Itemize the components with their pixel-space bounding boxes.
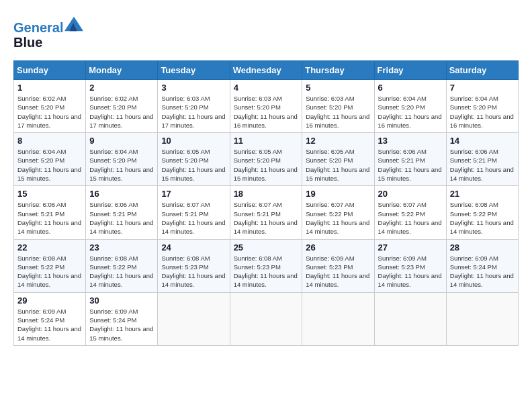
calendar-day-cell: 3 Sunrise: 6:03 AM Sunset: 5:20 PM Dayli…	[158, 80, 230, 133]
calendar-day-cell: 2 Sunrise: 6:02 AM Sunset: 5:20 PM Dayli…	[86, 80, 158, 133]
calendar-week-row: 22 Sunrise: 6:08 AM Sunset: 5:22 PM Dayl…	[14, 239, 519, 292]
calendar-day-cell: 21 Sunrise: 6:08 AM Sunset: 5:22 PM Dayl…	[446, 186, 518, 239]
calendar-weekday-header: Thursday	[302, 61, 374, 80]
day-number: 26	[306, 242, 370, 253]
calendar-day-cell: 8 Sunrise: 6:04 AM Sunset: 5:20 PM Dayli…	[14, 133, 86, 186]
calendar-day-cell: 30 Sunrise: 6:09 AM Sunset: 5:24 PM Dayl…	[86, 292, 158, 345]
calendar-day-cell	[158, 292, 230, 345]
calendar-day-cell: 11 Sunrise: 6:05 AM Sunset: 5:20 PM Dayl…	[230, 133, 302, 186]
day-number: 1	[17, 83, 82, 93]
calendar-day-cell: 19 Sunrise: 6:07 AM Sunset: 5:22 PM Dayl…	[302, 186, 374, 239]
calendar-day-cell: 24 Sunrise: 6:08 AM Sunset: 5:23 PM Dayl…	[158, 239, 230, 292]
calendar-day-cell	[230, 292, 302, 345]
day-number: 7	[450, 83, 515, 93]
day-info: Sunrise: 6:08 AM Sunset: 5:23 PM Dayligh…	[161, 254, 226, 289]
day-info: Sunrise: 6:08 AM Sunset: 5:23 PM Dayligh…	[234, 254, 299, 289]
calendar-day-cell: 5 Sunrise: 6:03 AM Sunset: 5:20 PM Dayli…	[302, 80, 374, 133]
day-info: Sunrise: 6:09 AM Sunset: 5:23 PM Dayligh…	[306, 254, 370, 289]
day-info: Sunrise: 6:06 AM Sunset: 5:21 PM Dayligh…	[378, 147, 443, 183]
logo: General Blue	[13, 13, 83, 50]
calendar-day-cell: 25 Sunrise: 6:08 AM Sunset: 5:23 PM Dayl…	[230, 239, 302, 292]
calendar-day-cell: 26 Sunrise: 6:09 AM Sunset: 5:23 PM Dayl…	[302, 239, 374, 292]
calendar-day-cell: 16 Sunrise: 6:06 AM Sunset: 5:21 PM Dayl…	[86, 186, 158, 239]
day-number: 29	[17, 295, 82, 306]
calendar-week-row: 29 Sunrise: 6:09 AM Sunset: 5:24 PM Dayl…	[14, 292, 519, 345]
calendar-weekday-header: Monday	[86, 61, 158, 80]
calendar-table: SundayMondayTuesdayWednesdayThursdayFrid…	[13, 60, 519, 346]
calendar-day-cell: 15 Sunrise: 6:06 AM Sunset: 5:21 PM Dayl…	[14, 186, 86, 239]
page-header: General Blue	[13, 13, 519, 50]
logo-text: General Blue	[13, 13, 83, 50]
day-number: 28	[450, 242, 515, 253]
day-info: Sunrise: 6:07 AM Sunset: 5:21 PM Dayligh…	[161, 200, 226, 236]
day-info: Sunrise: 6:06 AM Sunset: 5:21 PM Dayligh…	[17, 200, 82, 236]
day-number: 30	[89, 295, 154, 306]
calendar-day-cell: 27 Sunrise: 6:09 AM Sunset: 5:23 PM Dayl…	[374, 239, 446, 292]
day-info: Sunrise: 6:07 AM Sunset: 5:21 PM Dayligh…	[234, 200, 299, 236]
day-info: Sunrise: 6:05 AM Sunset: 5:20 PM Dayligh…	[161, 147, 226, 183]
day-info: Sunrise: 6:02 AM Sunset: 5:20 PM Dayligh…	[89, 94, 154, 130]
day-info: Sunrise: 6:07 AM Sunset: 5:22 PM Dayligh…	[306, 200, 370, 236]
day-number: 19	[306, 189, 370, 199]
day-number: 16	[89, 189, 154, 199]
day-number: 13	[378, 136, 443, 146]
calendar-weekday-header: Saturday	[446, 61, 518, 80]
calendar-day-cell: 13 Sunrise: 6:06 AM Sunset: 5:21 PM Dayl…	[374, 133, 446, 186]
calendar-header-row: SundayMondayTuesdayWednesdayThursdayFrid…	[14, 61, 519, 80]
day-info: Sunrise: 6:06 AM Sunset: 5:21 PM Dayligh…	[89, 200, 154, 236]
day-info: Sunrise: 6:04 AM Sunset: 5:20 PM Dayligh…	[450, 94, 515, 130]
day-number: 8	[17, 136, 82, 146]
day-number: 18	[234, 189, 299, 199]
day-info: Sunrise: 6:04 AM Sunset: 5:20 PM Dayligh…	[89, 147, 154, 183]
calendar-day-cell	[446, 292, 518, 345]
calendar-day-cell: 7 Sunrise: 6:04 AM Sunset: 5:20 PM Dayli…	[446, 80, 518, 133]
day-info: Sunrise: 6:03 AM Sunset: 5:20 PM Dayligh…	[306, 94, 370, 130]
day-number: 23	[89, 242, 154, 253]
calendar-day-cell: 9 Sunrise: 6:04 AM Sunset: 5:20 PM Dayli…	[86, 133, 158, 186]
calendar-weekday-header: Wednesday	[230, 61, 302, 80]
day-number: 24	[161, 242, 226, 253]
calendar-week-row: 15 Sunrise: 6:06 AM Sunset: 5:21 PM Dayl…	[14, 186, 519, 239]
day-number: 21	[450, 189, 515, 199]
calendar-day-cell: 29 Sunrise: 6:09 AM Sunset: 5:24 PM Dayl…	[14, 292, 86, 345]
calendar-day-cell: 22 Sunrise: 6:08 AM Sunset: 5:22 PM Dayl…	[14, 239, 86, 292]
day-number: 27	[378, 242, 443, 253]
day-number: 9	[89, 136, 154, 146]
day-info: Sunrise: 6:04 AM Sunset: 5:20 PM Dayligh…	[17, 147, 82, 183]
day-info: Sunrise: 6:09 AM Sunset: 5:24 PM Dayligh…	[450, 254, 515, 289]
day-info: Sunrise: 6:09 AM Sunset: 5:24 PM Dayligh…	[89, 307, 154, 342]
day-number: 12	[306, 136, 370, 146]
day-number: 17	[161, 189, 226, 199]
day-info: Sunrise: 6:03 AM Sunset: 5:20 PM Dayligh…	[161, 94, 226, 130]
day-number: 10	[161, 136, 226, 146]
day-info: Sunrise: 6:06 AM Sunset: 5:21 PM Dayligh…	[450, 147, 515, 183]
calendar-day-cell	[302, 292, 374, 345]
day-number: 11	[234, 136, 299, 146]
day-info: Sunrise: 6:07 AM Sunset: 5:22 PM Dayligh…	[378, 200, 443, 236]
calendar-day-cell: 23 Sunrise: 6:08 AM Sunset: 5:22 PM Dayl…	[86, 239, 158, 292]
calendar-day-cell: 28 Sunrise: 6:09 AM Sunset: 5:24 PM Dayl…	[446, 239, 518, 292]
calendar-day-cell: 10 Sunrise: 6:05 AM Sunset: 5:20 PM Dayl…	[158, 133, 230, 186]
day-number: 3	[161, 83, 226, 93]
calendar-day-cell: 1 Sunrise: 6:02 AM Sunset: 5:20 PM Dayli…	[14, 80, 86, 133]
day-info: Sunrise: 6:08 AM Sunset: 5:22 PM Dayligh…	[450, 200, 515, 236]
calendar-day-cell: 17 Sunrise: 6:07 AM Sunset: 5:21 PM Dayl…	[158, 186, 230, 239]
day-number: 15	[17, 189, 82, 199]
calendar-day-cell: 18 Sunrise: 6:07 AM Sunset: 5:21 PM Dayl…	[230, 186, 302, 239]
calendar-week-row: 1 Sunrise: 6:02 AM Sunset: 5:20 PM Dayli…	[14, 80, 519, 133]
calendar-weekday-header: Friday	[374, 61, 446, 80]
calendar-week-row: 8 Sunrise: 6:04 AM Sunset: 5:20 PM Dayli…	[14, 133, 519, 186]
day-info: Sunrise: 6:09 AM Sunset: 5:24 PM Dayligh…	[17, 307, 82, 342]
day-info: Sunrise: 6:09 AM Sunset: 5:23 PM Dayligh…	[378, 254, 443, 289]
day-number: 6	[378, 83, 443, 93]
day-info: Sunrise: 6:08 AM Sunset: 5:22 PM Dayligh…	[89, 254, 154, 289]
day-number: 4	[234, 83, 299, 93]
calendar-day-cell: 20 Sunrise: 6:07 AM Sunset: 5:22 PM Dayl…	[374, 186, 446, 239]
day-info: Sunrise: 6:03 AM Sunset: 5:20 PM Dayligh…	[234, 94, 299, 130]
day-info: Sunrise: 6:08 AM Sunset: 5:22 PM Dayligh…	[17, 254, 82, 289]
day-info: Sunrise: 6:02 AM Sunset: 5:20 PM Dayligh…	[17, 94, 82, 130]
calendar-weekday-header: Tuesday	[158, 61, 230, 80]
day-number: 22	[17, 242, 82, 253]
calendar-day-cell: 12 Sunrise: 6:05 AM Sunset: 5:20 PM Dayl…	[302, 133, 374, 186]
day-info: Sunrise: 6:05 AM Sunset: 5:20 PM Dayligh…	[306, 147, 370, 183]
